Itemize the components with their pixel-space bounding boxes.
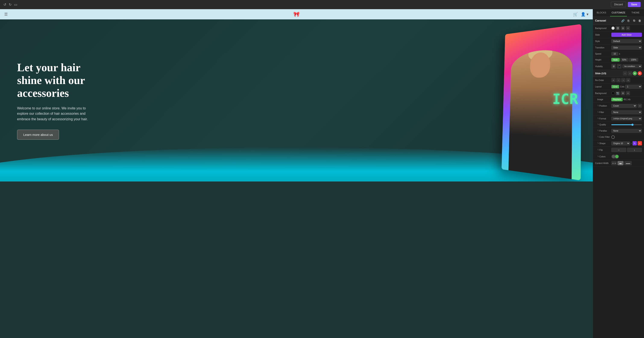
- slide-bg-pattern-icon[interactable]: ⊞: [621, 91, 625, 95]
- device-preview-icon[interactable]: ▭: [14, 2, 17, 6]
- content-width-expand-icon[interactable]: ⇤⇥: [611, 161, 617, 165]
- format-select[interactable]: 1400px (Original) jpeg: [611, 117, 642, 121]
- visibility-desktop-icon[interactable]: 🖥: [611, 64, 616, 69]
- position-align-icon[interactable]: ⊹: [638, 104, 642, 108]
- shape-edit-button[interactable]: ✎: [632, 141, 637, 146]
- background-color-dot[interactable]: [611, 26, 615, 30]
- colors-on-option[interactable]: [615, 155, 618, 158]
- position-row: └ Position Cover ⊹: [593, 103, 644, 109]
- slide-nav-buttons: ‹ › + ×: [623, 71, 642, 75]
- visibility-mobile-icon[interactable]: 📱: [617, 64, 622, 69]
- speed-input[interactable]: [611, 52, 618, 56]
- slide-prev-button[interactable]: ‹: [623, 71, 627, 75]
- speed-row: Speed s: [593, 51, 644, 57]
- slide-bg-color-dot[interactable]: [611, 91, 615, 95]
- slide-bg-image-icon[interactable]: 📷: [616, 91, 620, 95]
- quality-row: └ Quality: [593, 122, 644, 128]
- shape-control: Origins 10 › ✎ ×: [611, 141, 642, 146]
- slide-section-label: Slide (1/3): [595, 72, 606, 75]
- duplicate-icon[interactable]: ⧉: [632, 18, 636, 23]
- content-width-full-button[interactable]: ▬▬: [624, 161, 632, 165]
- shape-remove-button[interactable]: ×: [638, 141, 642, 146]
- parallax-select[interactable]: None: [611, 129, 642, 133]
- content-width-value: ⇤⇥ ▬ ▬▬: [611, 161, 642, 165]
- shape-chevron-right[interactable]: ›: [631, 142, 632, 145]
- image-label: Image: [595, 98, 610, 101]
- quality-value: [611, 124, 642, 125]
- hero-section: Let your hair shine with our accessories…: [0, 19, 593, 181]
- speed-label: Speed: [595, 53, 610, 55]
- colors-toggle-pill[interactable]: [611, 154, 619, 159]
- reorder-prev-button[interactable]: ‹: [616, 78, 620, 82]
- position-select[interactable]: Cover: [611, 104, 637, 108]
- transition-label: Transition: [595, 46, 610, 49]
- content-width-normal-button[interactable]: ▬: [618, 161, 624, 165]
- slide-add-button[interactable]: +: [633, 71, 637, 75]
- nav-right: 🛒 👤 ▾: [573, 12, 588, 17]
- quality-slider[interactable]: [611, 124, 642, 125]
- replace-image-button[interactable]: Replace: [611, 98, 623, 101]
- redo-button[interactable]: ↻: [9, 2, 12, 6]
- reorder-next-button[interactable]: ›: [621, 78, 626, 82]
- discard-button[interactable]: Discard: [611, 2, 626, 7]
- layout-row: Layout Grid Cols 1: [593, 84, 644, 90]
- copy-icon[interactable]: ⎘: [626, 18, 631, 23]
- height-50-button[interactable]: 50%: [620, 58, 628, 62]
- cart-icon[interactable]: 🛒: [573, 12, 578, 17]
- carousel-title-icons: 🔗 ⎘ ⧉ 🗑: [620, 18, 642, 23]
- color-filter-dot[interactable]: [611, 135, 615, 139]
- tab-customize[interactable]: CUSTOMIZE: [610, 9, 627, 16]
- colors-row: └ Colors: [593, 153, 644, 160]
- format-value: 1400px (Original) jpeg: [611, 117, 642, 121]
- reorder-buttons: « ‹ › »: [611, 78, 642, 82]
- link-icon[interactable]: 🔗: [620, 18, 625, 23]
- transition-select[interactable]: Slide: [611, 46, 642, 50]
- height-value: Auto 50% 100%: [611, 58, 642, 62]
- shape-select[interactable]: Origins 10: [611, 141, 630, 146]
- flip-vertical-button[interactable]: ↕: [627, 148, 642, 152]
- height-controls: Auto 50% 100%: [611, 58, 642, 62]
- hero-subtitle: Welcome to our online store. We invite y…: [17, 106, 94, 122]
- tab-theme[interactable]: THEME: [627, 9, 644, 16]
- flip-horizontal-button[interactable]: ↔: [611, 148, 626, 152]
- parallax-label: └ Parallax: [595, 130, 610, 132]
- cols-select[interactable]: 1: [625, 85, 642, 89]
- position-value: Cover ⊹: [611, 104, 642, 108]
- parallax-row: └ Parallax None: [593, 128, 644, 134]
- slide-bg-gradient-icon[interactable]: ≡: [626, 91, 630, 95]
- tab-blocks[interactable]: BLOCKS: [593, 9, 610, 16]
- carousel-section-title: Carousel 🔗 ⎘ ⧉ 🗑: [593, 17, 644, 25]
- height-auto-button[interactable]: Auto: [611, 58, 620, 62]
- speed-value: s: [611, 52, 642, 56]
- layout-grid-button[interactable]: Grid: [611, 85, 619, 89]
- menu-icon[interactable]: ☰: [4, 12, 8, 17]
- main-layout: ☰ 🎀 🛒 👤 ▾ Let your hair shine with our a…: [0, 9, 644, 338]
- colors-off-option[interactable]: [612, 155, 615, 158]
- reorder-first-button[interactable]: «: [611, 78, 616, 82]
- add-slide-button[interactable]: Add Slide: [611, 33, 642, 37]
- hero-cta-button[interactable]: Learn more about us: [17, 130, 59, 140]
- site-nav: ☰ 🎀 🛒 👤 ▾: [0, 9, 593, 19]
- visibility-row: Visibility 🖥 📱 No condition: [593, 63, 644, 70]
- layout-label: Layout: [595, 86, 610, 88]
- height-100-button[interactable]: 100%: [629, 58, 638, 62]
- flip-row: └ Flip ↔ ↕: [593, 147, 644, 153]
- slide-next-button[interactable]: ›: [628, 71, 632, 75]
- slide-bg-label: Background: [595, 92, 610, 94]
- bg-pattern-icon[interactable]: ⊞: [621, 26, 625, 30]
- delete-icon[interactable]: 🗑: [637, 18, 642, 23]
- layout-buttons: Grid Cols 1: [611, 85, 642, 89]
- undo-button[interactable]: ↺: [4, 2, 6, 6]
- bg-gradient-icon[interactable]: ≡: [626, 26, 630, 30]
- user-icon[interactable]: 👤 ▾: [581, 12, 588, 17]
- save-button[interactable]: Save: [628, 2, 640, 7]
- filter-select[interactable]: None: [611, 110, 642, 114]
- height-label: Height: [595, 59, 610, 61]
- visibility-condition-select[interactable]: No condition: [622, 64, 642, 68]
- bg-image-icon[interactable]: 🖼: [616, 26, 620, 30]
- slide-remove-button[interactable]: ×: [638, 71, 642, 75]
- style-select[interactable]: Default: [611, 39, 642, 43]
- reorder-last-button[interactable]: »: [626, 78, 630, 82]
- color-filter-value: [611, 135, 642, 139]
- format-row: └ Format 1400px (Original) jpeg: [593, 116, 644, 122]
